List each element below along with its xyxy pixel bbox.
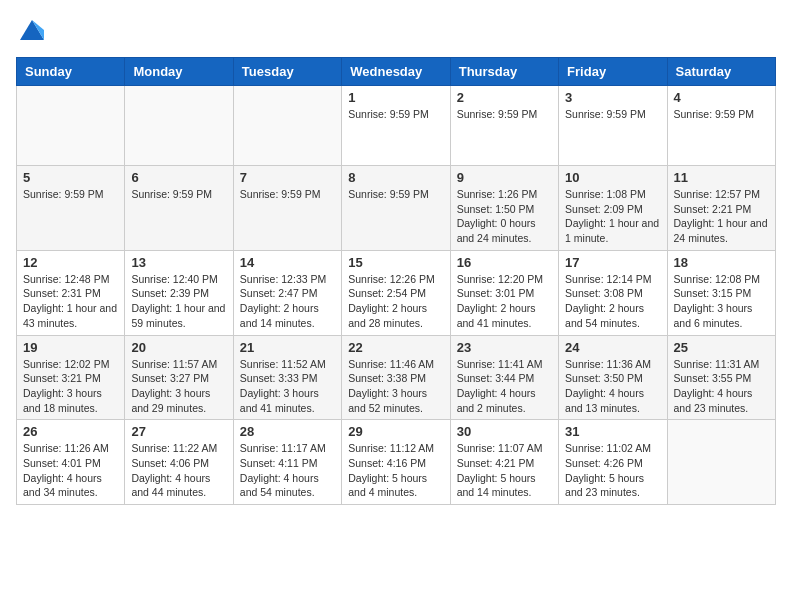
day-info: Sunrise: 9:59 PM: [565, 107, 660, 122]
calendar-table: SundayMondayTuesdayWednesdayThursdayFrid…: [16, 57, 776, 505]
day-info: Sunrise: 12:48 PM Sunset: 2:31 PM Daylig…: [23, 272, 118, 331]
day-info: Sunrise: 9:59 PM: [348, 107, 443, 122]
day-info: Sunrise: 9:59 PM: [674, 107, 769, 122]
calendar-cell: 10Sunrise: 1:08 PM Sunset: 2:09 PM Dayli…: [559, 166, 667, 251]
calendar-cell: 19Sunrise: 12:02 PM Sunset: 3:21 PM Dayl…: [17, 335, 125, 420]
calendar-cell: 2Sunrise: 9:59 PM: [450, 86, 558, 166]
calendar-cell: 8Sunrise: 9:59 PM: [342, 166, 450, 251]
calendar-cell: 4Sunrise: 9:59 PM: [667, 86, 775, 166]
calendar-cell: 26Sunrise: 11:26 AM Sunset: 4:01 PM Dayl…: [17, 420, 125, 505]
day-number: 5: [23, 170, 118, 185]
day-number: 26: [23, 424, 118, 439]
day-number: 15: [348, 255, 443, 270]
day-number: 8: [348, 170, 443, 185]
day-number: 22: [348, 340, 443, 355]
calendar-cell: 24Sunrise: 11:36 AM Sunset: 3:50 PM Dayl…: [559, 335, 667, 420]
calendar-week-row: 19Sunrise: 12:02 PM Sunset: 3:21 PM Dayl…: [17, 335, 776, 420]
calendar-cell: [125, 86, 233, 166]
day-number: 29: [348, 424, 443, 439]
day-info: Sunrise: 12:40 PM Sunset: 2:39 PM Daylig…: [131, 272, 226, 331]
day-info: Sunrise: 11:41 AM Sunset: 3:44 PM Daylig…: [457, 357, 552, 416]
day-info: Sunrise: 11:12 AM Sunset: 4:16 PM Daylig…: [348, 441, 443, 500]
day-info: Sunrise: 12:08 PM Sunset: 3:15 PM Daylig…: [674, 272, 769, 331]
day-number: 1: [348, 90, 443, 105]
calendar-cell: [17, 86, 125, 166]
day-number: 25: [674, 340, 769, 355]
calendar-cell: 1Sunrise: 9:59 PM: [342, 86, 450, 166]
calendar-cell: 14Sunrise: 12:33 PM Sunset: 2:47 PM Dayl…: [233, 250, 341, 335]
day-info: Sunrise: 9:59 PM: [457, 107, 552, 122]
day-number: 14: [240, 255, 335, 270]
day-number: 23: [457, 340, 552, 355]
calendar-header-row: SundayMondayTuesdayWednesdayThursdayFrid…: [17, 58, 776, 86]
day-number: 27: [131, 424, 226, 439]
calendar-cell: 5Sunrise: 9:59 PM: [17, 166, 125, 251]
day-info: Sunrise: 11:52 AM Sunset: 3:33 PM Daylig…: [240, 357, 335, 416]
day-info: Sunrise: 11:17 AM Sunset: 4:11 PM Daylig…: [240, 441, 335, 500]
calendar-header-sunday: Sunday: [17, 58, 125, 86]
day-info: Sunrise: 12:02 PM Sunset: 3:21 PM Daylig…: [23, 357, 118, 416]
calendar-header-thursday: Thursday: [450, 58, 558, 86]
calendar-cell: 17Sunrise: 12:14 PM Sunset: 3:08 PM Dayl…: [559, 250, 667, 335]
day-number: 2: [457, 90, 552, 105]
day-info: Sunrise: 11:07 AM Sunset: 4:21 PM Daylig…: [457, 441, 552, 500]
calendar-cell: 28Sunrise: 11:17 AM Sunset: 4:11 PM Dayl…: [233, 420, 341, 505]
calendar-week-row: 5Sunrise: 9:59 PM6Sunrise: 9:59 PM7Sunri…: [17, 166, 776, 251]
calendar-cell: [233, 86, 341, 166]
day-info: Sunrise: 11:46 AM Sunset: 3:38 PM Daylig…: [348, 357, 443, 416]
page-header: [16, 16, 776, 49]
day-number: 6: [131, 170, 226, 185]
day-number: 10: [565, 170, 660, 185]
day-info: Sunrise: 9:59 PM: [240, 187, 335, 202]
day-number: 20: [131, 340, 226, 355]
day-number: 3: [565, 90, 660, 105]
calendar-week-row: 12Sunrise: 12:48 PM Sunset: 2:31 PM Dayl…: [17, 250, 776, 335]
calendar-header-monday: Monday: [125, 58, 233, 86]
calendar-cell: 31Sunrise: 11:02 AM Sunset: 4:26 PM Dayl…: [559, 420, 667, 505]
day-info: Sunrise: 9:59 PM: [131, 187, 226, 202]
day-number: 9: [457, 170, 552, 185]
calendar-header-tuesday: Tuesday: [233, 58, 341, 86]
calendar-cell: 22Sunrise: 11:46 AM Sunset: 3:38 PM Dayl…: [342, 335, 450, 420]
day-info: Sunrise: 11:26 AM Sunset: 4:01 PM Daylig…: [23, 441, 118, 500]
calendar-cell: 21Sunrise: 11:52 AM Sunset: 3:33 PM Dayl…: [233, 335, 341, 420]
day-number: 31: [565, 424, 660, 439]
calendar-cell: [667, 420, 775, 505]
calendar-cell: 30Sunrise: 11:07 AM Sunset: 4:21 PM Dayl…: [450, 420, 558, 505]
day-info: Sunrise: 9:59 PM: [23, 187, 118, 202]
day-number: 7: [240, 170, 335, 185]
calendar-week-row: 26Sunrise: 11:26 AM Sunset: 4:01 PM Dayl…: [17, 420, 776, 505]
calendar-cell: 7Sunrise: 9:59 PM: [233, 166, 341, 251]
logo-text: [16, 16, 46, 49]
calendar-cell: 29Sunrise: 11:12 AM Sunset: 4:16 PM Dayl…: [342, 420, 450, 505]
day-info: Sunrise: 11:02 AM Sunset: 4:26 PM Daylig…: [565, 441, 660, 500]
calendar-cell: 23Sunrise: 11:41 AM Sunset: 3:44 PM Dayl…: [450, 335, 558, 420]
calendar-cell: 20Sunrise: 11:57 AM Sunset: 3:27 PM Dayl…: [125, 335, 233, 420]
day-number: 11: [674, 170, 769, 185]
day-info: Sunrise: 11:22 AM Sunset: 4:06 PM Daylig…: [131, 441, 226, 500]
logo: [16, 16, 46, 49]
day-number: 4: [674, 90, 769, 105]
day-info: Sunrise: 11:36 AM Sunset: 3:50 PM Daylig…: [565, 357, 660, 416]
day-info: Sunrise: 1:08 PM Sunset: 2:09 PM Dayligh…: [565, 187, 660, 246]
calendar-cell: 16Sunrise: 12:20 PM Sunset: 3:01 PM Dayl…: [450, 250, 558, 335]
day-number: 12: [23, 255, 118, 270]
day-number: 16: [457, 255, 552, 270]
day-number: 30: [457, 424, 552, 439]
day-number: 18: [674, 255, 769, 270]
day-info: Sunrise: 9:59 PM: [348, 187, 443, 202]
calendar-week-row: 1Sunrise: 9:59 PM2Sunrise: 9:59 PM3Sunri…: [17, 86, 776, 166]
calendar-header-friday: Friday: [559, 58, 667, 86]
day-info: Sunrise: 12:33 PM Sunset: 2:47 PM Daylig…: [240, 272, 335, 331]
day-number: 28: [240, 424, 335, 439]
calendar-cell: 13Sunrise: 12:40 PM Sunset: 2:39 PM Dayl…: [125, 250, 233, 335]
day-info: Sunrise: 11:57 AM Sunset: 3:27 PM Daylig…: [131, 357, 226, 416]
day-number: 21: [240, 340, 335, 355]
day-info: Sunrise: 11:31 AM Sunset: 3:55 PM Daylig…: [674, 357, 769, 416]
calendar-cell: 3Sunrise: 9:59 PM: [559, 86, 667, 166]
calendar-header-saturday: Saturday: [667, 58, 775, 86]
calendar-cell: 11Sunrise: 12:57 PM Sunset: 2:21 PM Dayl…: [667, 166, 775, 251]
calendar-cell: 9Sunrise: 1:26 PM Sunset: 1:50 PM Daylig…: [450, 166, 558, 251]
day-info: Sunrise: 12:20 PM Sunset: 3:01 PM Daylig…: [457, 272, 552, 331]
calendar-cell: 15Sunrise: 12:26 PM Sunset: 2:54 PM Dayl…: [342, 250, 450, 335]
